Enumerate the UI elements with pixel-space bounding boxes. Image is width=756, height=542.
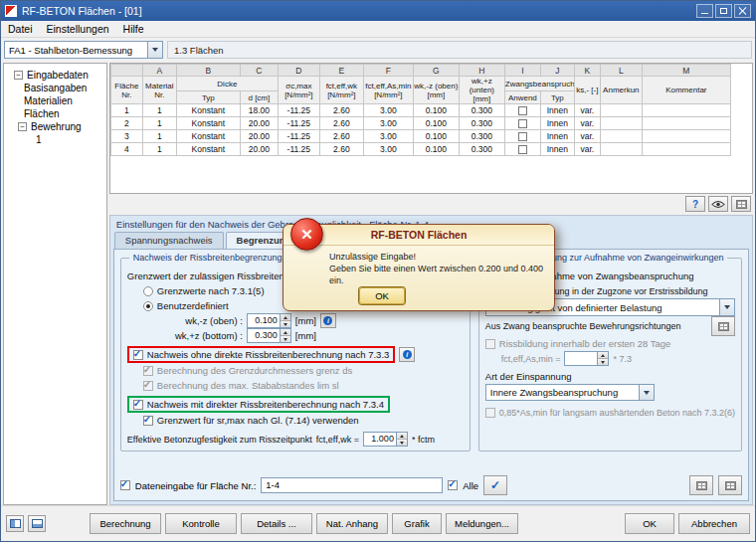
col-material: Material Nr. bbox=[142, 77, 176, 104]
toggle-details-button[interactable] bbox=[28, 515, 46, 532]
menu-einstellungen[interactable]: Einstellungen bbox=[47, 23, 109, 35]
info-button[interactable]: i bbox=[399, 347, 415, 362]
column-letters-row: ABC DEF GHI JKL M bbox=[110, 65, 730, 77]
apply-button[interactable]: ✓ bbox=[483, 475, 507, 495]
col-typ: Typ bbox=[176, 91, 240, 104]
tree-item-bewehrung[interactable]: − Bewehrung bbox=[6, 120, 104, 133]
berechnung-button[interactable]: Berechnung bbox=[90, 513, 161, 534]
radio-icon[interactable] bbox=[143, 286, 153, 296]
collapse-icon[interactable]: − bbox=[18, 122, 27, 131]
table-row[interactable]: 31 Konstant20.00 -11.252.60 3.000.100 0.… bbox=[110, 130, 730, 143]
eff-tension-input[interactable]: 1.000 bbox=[363, 432, 408, 447]
anwend-checkbox[interactable] bbox=[518, 145, 527, 154]
wk-top-label: wk,-z (oben) : bbox=[155, 315, 243, 326]
menu-hilfe[interactable]: Hilfe bbox=[123, 23, 144, 35]
view-button[interactable] bbox=[708, 196, 728, 212]
info-button[interactable]: i bbox=[320, 313, 336, 328]
header-row-1: Fläche Nr. Material Nr. Dicke σc,max [N/… bbox=[110, 77, 730, 91]
eff-tension-symbol: fct,eff,wk = bbox=[316, 435, 359, 445]
error-ok-button[interactable]: OK bbox=[359, 287, 405, 304]
eye-icon bbox=[711, 200, 725, 209]
help-icon: ? bbox=[692, 199, 698, 210]
collapse-icon[interactable]: − bbox=[14, 71, 23, 80]
anwend-checkbox[interactable] bbox=[518, 119, 527, 128]
help-button[interactable]: ? bbox=[685, 196, 705, 212]
surfaces-table[interactable]: ABC DEF GHI JKL M Fläche Nr. Material Nr… bbox=[110, 64, 731, 156]
chevron-down-icon[interactable] bbox=[719, 299, 734, 315]
wk-top-unit: [mm] bbox=[295, 315, 316, 326]
panel-bottom-icon bbox=[32, 519, 43, 528]
section-title: 1.3 Flächen bbox=[174, 45, 224, 56]
tree-item-materialien[interactable]: Materialien bbox=[6, 94, 104, 107]
error-icon: ✕ bbox=[290, 218, 323, 251]
restraint-directions-button[interactable] bbox=[711, 316, 735, 336]
abbrechen-button[interactable]: Abbrechen bbox=[678, 513, 750, 534]
fct-asmin-suffix: * 7.3 bbox=[613, 354, 632, 364]
spinner-arrows bbox=[597, 352, 608, 365]
check-without-direct-calc[interactable]: Nachweis ohne direkte Rissbreitenberechn… bbox=[127, 346, 395, 363]
data-entry-input[interactable]: 1-4 bbox=[261, 477, 443, 493]
table-row[interactable]: 41 Konstant20.00 -11.252.60 3.000.100 0.… bbox=[110, 143, 730, 156]
checkbox-icon[interactable] bbox=[133, 350, 143, 360]
table-row[interactable]: 11 Konstant18.00 -11.252.60 3.000.100 0.… bbox=[110, 104, 730, 117]
tree-item-eingabedaten[interactable]: − Eingabedaten bbox=[6, 69, 104, 82]
close-button[interactable] bbox=[734, 4, 751, 18]
eff-tension-label: Effektive Betonzugfestigkeit zum Risszei… bbox=[127, 435, 312, 445]
check-srmax[interactable]: Grenzwert für sr,max nach Gl. (7.14) ver… bbox=[127, 413, 464, 428]
checkbox-icon bbox=[143, 381, 153, 391]
data-entry-row: Dateneingabe für Fläche Nr.: 1-4 Alle ✓ bbox=[120, 475, 742, 495]
data-entry-label: Dateneingabe für Fläche Nr.: bbox=[135, 480, 256, 491]
radio-icon[interactable] bbox=[143, 301, 153, 311]
meldungen-button[interactable]: Meldungen... bbox=[446, 513, 518, 534]
apply-to-columns-button[interactable] bbox=[718, 475, 742, 495]
menu-datei[interactable]: Datei bbox=[8, 23, 33, 35]
spinner-arrows[interactable] bbox=[280, 329, 290, 342]
design-case-combo[interactable]: FA1 - Stahlbeton-Bemessung bbox=[4, 41, 163, 59]
maximize-button[interactable] bbox=[715, 4, 732, 18]
chevron-down-icon[interactable] bbox=[639, 385, 654, 400]
col-ks: ks,- [-] bbox=[574, 77, 600, 104]
anwend-checkbox[interactable] bbox=[518, 106, 527, 115]
check-icon: ✓ bbox=[490, 478, 500, 492]
tab-spannungsnachweis[interactable]: Spannungsnachweis bbox=[114, 232, 224, 249]
ok-button[interactable]: OK bbox=[625, 513, 674, 534]
check-grenzdurchmesser: Berechnung des Grenzdurchmessers grenz d… bbox=[127, 363, 464, 378]
table-grid-icon bbox=[725, 481, 736, 490]
navigator-panel: − Eingabedaten Basisangaben Materialien … bbox=[3, 63, 107, 505]
details-button[interactable]: Details ... bbox=[241, 513, 312, 534]
table-settings-button[interactable] bbox=[731, 196, 751, 212]
chevron-down-icon[interactable] bbox=[147, 42, 162, 58]
restraint-type-combo[interactable]: Innere Zwangsbeanspruchung bbox=[485, 384, 655, 401]
kontrolle-button[interactable]: Kontrolle bbox=[165, 513, 237, 534]
checkbox-icon bbox=[485, 339, 495, 349]
all-checkbox[interactable] bbox=[448, 480, 458, 490]
menu-bar: Datei Einstellungen Hilfe bbox=[1, 21, 755, 38]
table-grid-icon bbox=[718, 322, 729, 331]
col-wk-unten: wk,+z (unten) [mm] bbox=[459, 77, 504, 104]
col-d: d [cm] bbox=[240, 91, 278, 104]
grafik-button[interactable]: Grafik bbox=[392, 513, 442, 534]
spinner-arrows[interactable] bbox=[280, 314, 290, 327]
apply-to-rows-button[interactable] bbox=[689, 475, 713, 495]
minimize-icon bbox=[701, 13, 708, 14]
spinner-arrows[interactable] bbox=[396, 433, 407, 446]
app-window: RF-BETON Flächen - [01] Datei Einstellun… bbox=[0, 0, 756, 542]
checkbox-icon[interactable] bbox=[133, 400, 143, 410]
tree-item-bewehrung-1[interactable]: 1 bbox=[6, 133, 104, 146]
data-entry-checkbox[interactable] bbox=[120, 480, 130, 490]
anwend-checkbox[interactable] bbox=[518, 132, 527, 141]
error-dialog-title: RF-BETON Flächen bbox=[284, 225, 554, 246]
toggle-navigator-button[interactable] bbox=[6, 515, 24, 532]
tree-item-basisangaben[interactable]: Basisangaben bbox=[6, 82, 104, 94]
table-row[interactable]: 21 Konstant20.00 -11.252.60 3.000.100 0.… bbox=[110, 117, 730, 130]
col-fct-wk: fct,eff,wk [N/mm²] bbox=[319, 77, 363, 104]
wk-bottom-input[interactable]: 0.300 bbox=[247, 328, 291, 343]
col-anmerkung: Anmerkun bbox=[600, 77, 642, 104]
check-with-direct-calc[interactable]: Nachweis mit direkter Rissbreitenberechn… bbox=[127, 396, 390, 413]
tree-item-flaechen[interactable]: Flächen bbox=[6, 107, 104, 120]
col-kommentar: Kommentar bbox=[642, 77, 730, 104]
checkbox-icon[interactable] bbox=[143, 416, 153, 426]
minimize-button[interactable] bbox=[696, 4, 713, 18]
nat-anhang-button[interactable]: Nat. Anhang bbox=[316, 513, 388, 534]
wk-top-input[interactable]: 0.100 bbox=[247, 313, 291, 328]
